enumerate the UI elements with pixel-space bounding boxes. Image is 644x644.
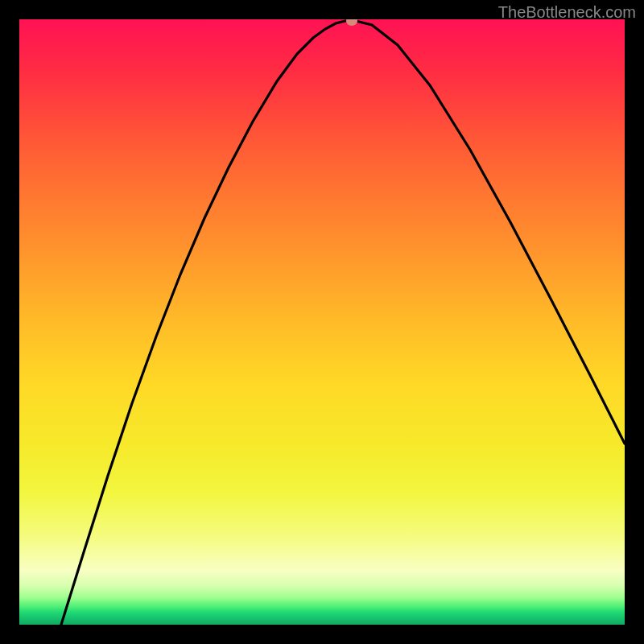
watermark-text: TheBottleneck.com — [498, 3, 636, 22]
bottleneck-curve — [19, 19, 625, 625]
chart-plot-area — [19, 19, 625, 625]
